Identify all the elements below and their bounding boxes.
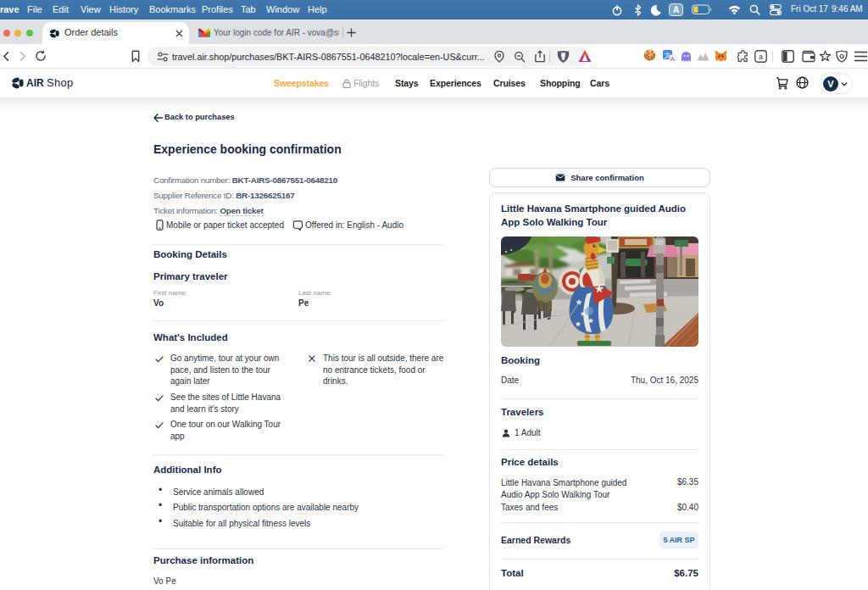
svg-text:a: a (759, 53, 763, 61)
svg-text:A: A (670, 56, 675, 62)
svg-text:A: A (673, 5, 679, 14)
